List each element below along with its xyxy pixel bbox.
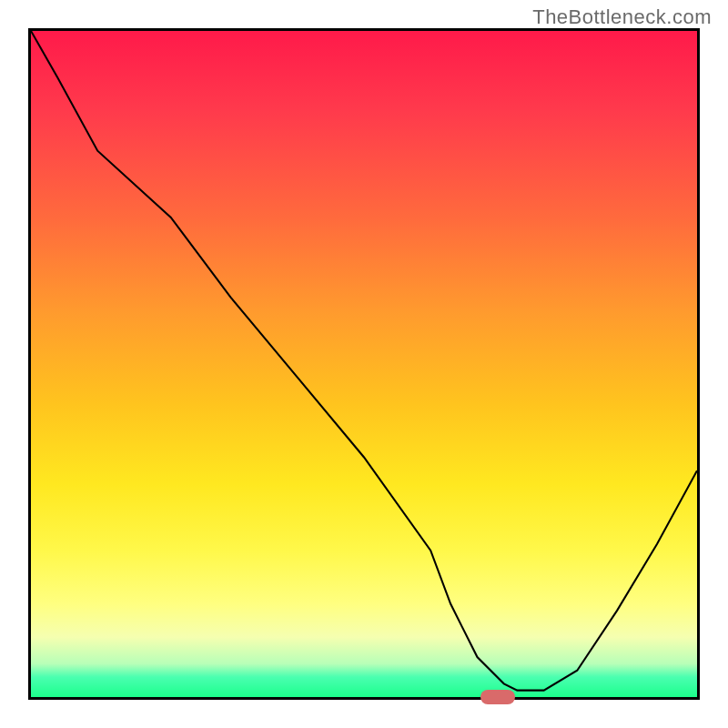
watermark-text: TheBottleneck.com xyxy=(532,5,712,29)
optimal-marker xyxy=(480,690,515,704)
bottleneck-curve xyxy=(31,31,697,697)
curve-path xyxy=(31,31,697,691)
chart-plot-area xyxy=(28,28,700,700)
